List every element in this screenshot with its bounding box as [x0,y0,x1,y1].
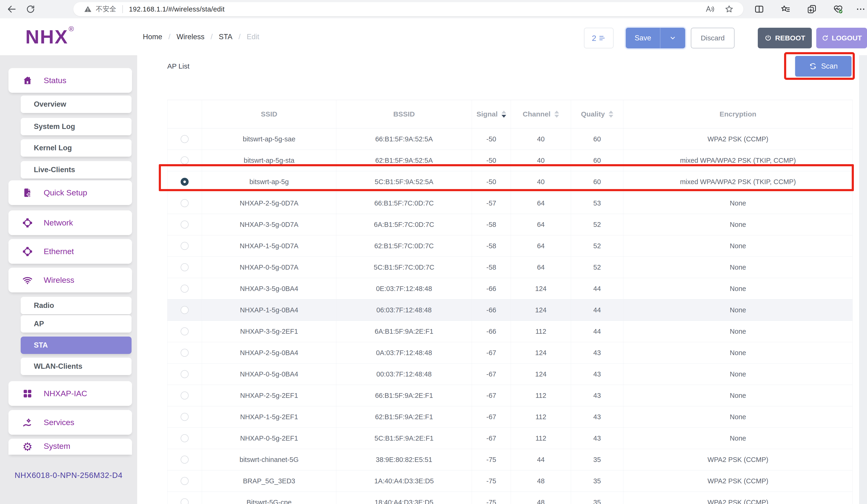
reboot-button[interactable]: REBOOT [758,28,812,49]
row-radio-button[interactable] [181,135,189,143]
save-options-button[interactable] [660,28,685,49]
row-select-cell[interactable] [167,193,202,214]
table-row[interactable]: bitswrt-ap-5g-sae 66:B1:5F:9A:52:5A -50 … [167,128,853,150]
row-radio-button[interactable] [181,157,189,164]
logout-button[interactable]: LOGOUT [816,28,867,49]
discard-button[interactable]: Discard [691,28,735,49]
sidebar-item-quick-setup[interactable]: Quick Setup [9,180,132,205]
row-radio-button[interactable] [181,370,189,378]
row-radio-button[interactable] [181,199,189,207]
refresh-icon[interactable] [25,4,36,14]
row-radio-button[interactable] [181,328,189,335]
row-radio-button[interactable] [181,477,189,485]
sidebar-item-overview[interactable]: Overview [21,96,131,113]
table-row[interactable]: NHXAP-3-5g-0BA4 0E:03:7F:12:48:48 -66 12… [167,278,853,299]
table-row[interactable]: NHXAP-3-5g-2EF1 6A:B1:5F:9A:2E:F1 -66 11… [167,321,853,342]
sort-icons-channel[interactable] [554,111,559,118]
header-signal[interactable]: Signal [472,100,511,128]
cell-bssid: 00:03:7F:12:48:48 [336,364,472,385]
table-row[interactable]: NHXAP-2-5g-2EF1 66:B1:5F:9A:2E:F1 -67 11… [167,385,853,406]
row-select-cell[interactable] [167,492,202,504]
row-select-cell[interactable] [167,128,202,150]
sidebar-item-wireless[interactable]: Wireless [9,268,132,292]
table-row[interactable]: BRAP_5G_3ED3 1A:40:A4:D3:3E:D5 -75 48 35… [167,470,853,492]
sidebar-item-sta[interactable]: STA [21,336,131,354]
sidebar-item-radio[interactable]: Radio [21,297,131,314]
cell-bssid: 62:B1:5F:7C:0D:7C [336,235,472,256]
cell-channel: 124 [511,364,571,385]
url-text[interactable]: 192.168.1.1/#/wireless/sta/edit [129,6,225,13]
sidebar-item-nhxap-iac[interactable]: NHXAP-IAC [9,381,132,406]
security-label[interactable]: 不安全 [96,4,116,14]
table-row[interactable]: NHXAP-0-5g-0D7A 5C:B1:5F:7C:0D:7C -58 64… [167,257,853,278]
favorite-star-icon[interactable] [724,4,734,14]
address-bar[interactable]: 不安全 192.168.1.1/#/wireless/sta/edit [73,2,743,16]
sidebar-item-status[interactable]: Status [9,68,132,93]
read-aloud-icon[interactable] [705,4,715,14]
table-row[interactable]: Bitswrt-5G-cpe 18:40:A4:D3:3E:D5 -75 48 … [167,492,853,504]
not-secure-warning-icon[interactable] [83,4,93,14]
split-screen-icon[interactable] [754,4,764,14]
table-row[interactable]: NHXAP-0-5g-0BA4 00:03:7F:12:48:48 -67 12… [167,364,853,385]
row-radio-button[interactable] [181,306,189,314]
row-radio-button[interactable] [181,263,189,271]
sidebar-item-system[interactable]: ⚙ System [9,439,132,455]
table-row[interactable]: NHXAP-3-5g-0D7A 6A:B1:5F:7C:0D:7C -58 64… [167,214,853,235]
sidebar-item-ethernet[interactable]: Ethernet [9,239,132,264]
sort-icons-signal[interactable] [502,111,506,118]
breadcrumb-home[interactable]: Home [143,33,162,41]
row-select-cell[interactable] [167,257,202,278]
table-row[interactable]: NHXAP-2-5g-0D7A 66:B1:5F:7C:0D:7C -57 64… [167,193,853,214]
back-icon[interactable] [7,4,17,14]
breadcrumb-wireless[interactable]: Wireless [176,33,205,41]
sidebar-item-services[interactable]: Services [9,410,132,435]
row-radio-button[interactable] [181,392,189,399]
row-select-cell[interactable] [167,449,202,470]
table-row[interactable]: NHXAP-0-5g-2EF1 5C:B1:5F:9A:2E:F1 -67 11… [167,428,853,449]
browser-menu-icon[interactable] [856,4,866,14]
row-select-cell[interactable] [167,342,202,363]
row-select-cell[interactable] [167,278,202,299]
row-radio-button[interactable] [181,455,189,464]
row-select-cell[interactable] [167,364,202,385]
row-select-cell[interactable] [167,385,202,406]
row-radio-button[interactable] [181,221,189,228]
sidebar-item-live-clients[interactable]: Live-Clients [21,161,131,179]
browser-essentials-icon[interactable] [833,4,843,14]
table-row[interactable]: NHXAP-1-5g-0BA4 06:03:7F:12:48:48 -66 12… [167,299,853,321]
table-row[interactable]: NHXAP-1-5g-2EF1 62:B1:5F:9A:2E:F1 -67 11… [167,406,853,428]
header-quality[interactable]: Quality [571,100,623,128]
row-radio-button[interactable] [181,498,189,504]
table-row[interactable]: bitswrt-chinanet-5G 38:9E:80:82:E5:51 -7… [167,449,853,470]
collections-icon[interactable] [807,4,817,14]
cell-encryption: None [623,214,853,235]
row-radio-button[interactable] [181,413,189,421]
sidebar-item-network[interactable]: Network [9,211,132,235]
cell-encryption: None [623,257,853,278]
row-select-cell[interactable] [167,299,202,321]
pending-changes-button[interactable]: 2 [584,28,613,49]
save-button[interactable]: Save [626,28,660,49]
cell-quality: 43 [571,342,623,363]
page-scrollbar[interactable] [859,55,867,504]
row-select-cell[interactable] [167,406,202,427]
sidebar-item-system-log[interactable]: System Log [21,118,131,135]
breadcrumb-sta[interactable]: STA [219,33,232,41]
table-row[interactable]: NHXAP-2-5g-0BA4 0A:03:7F:12:48:48 -67 12… [167,342,853,364]
favorites-list-icon[interactable] [780,4,791,14]
row-radio-button[interactable] [181,434,189,442]
sidebar-item-wlan-clients[interactable]: WLAN-Clients [21,358,131,375]
row-radio-button[interactable] [181,349,189,357]
table-row[interactable]: NHXAP-1-5g-0D7A 62:B1:5F:7C:0D:7C -58 64… [167,235,853,257]
row-select-cell[interactable] [167,235,202,256]
row-radio-button[interactable] [181,285,189,293]
header-channel[interactable]: Channel [511,100,571,128]
row-select-cell[interactable] [167,428,202,449]
row-select-cell[interactable] [167,214,202,235]
sidebar-item-kernel-log[interactable]: Kernel Log [21,139,131,157]
row-select-cell[interactable] [167,470,202,492]
row-select-cell[interactable] [167,321,202,342]
row-radio-button[interactable] [181,242,189,250]
sort-icons-quality[interactable] [609,111,613,118]
sidebar-item-ap[interactable]: AP [21,315,131,333]
